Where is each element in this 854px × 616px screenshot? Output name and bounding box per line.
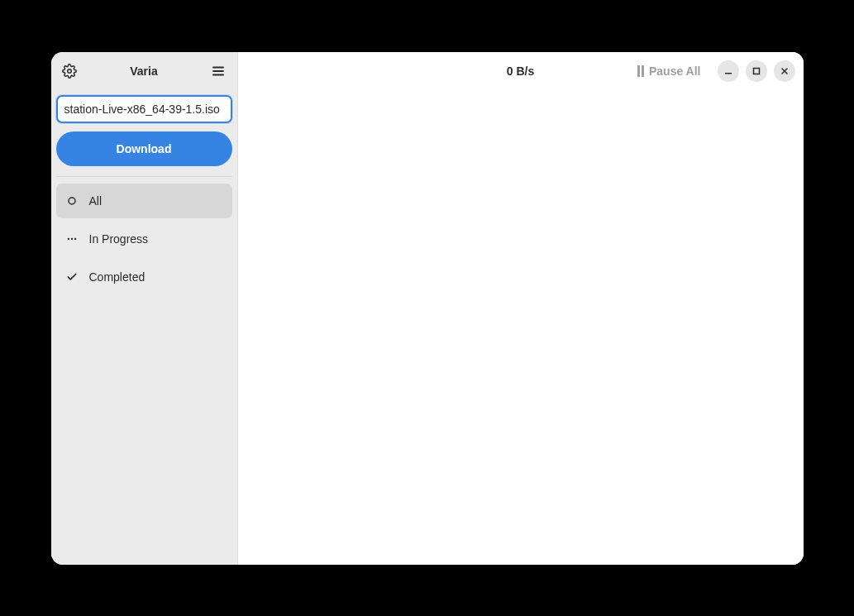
filter-all[interactable]: All	[56, 184, 232, 218]
pause-all-button[interactable]: Pause All	[632, 61, 706, 81]
sidebar-content: Download All	[51, 90, 237, 294]
svg-rect-8	[725, 73, 732, 74]
window-controls	[718, 60, 795, 82]
filter-list: All In Progress	[56, 184, 232, 294]
filter-completed[interactable]: Completed	[56, 260, 232, 294]
filter-in-progress-label: In Progress	[89, 232, 149, 246]
filter-all-label: All	[89, 194, 103, 208]
app-title: Varia	[130, 64, 157, 78]
url-input[interactable]	[56, 95, 232, 123]
close-button[interactable]	[774, 60, 795, 82]
svg-point-5	[67, 237, 69, 239]
dots-icon	[66, 233, 78, 245]
divider	[56, 176, 232, 177]
main-area: 0 B/s Pause All	[238, 52, 804, 565]
sidebar-header: Varia	[51, 52, 237, 90]
header-right: Pause All	[632, 60, 795, 82]
circle-icon	[66, 195, 78, 207]
downloads-list	[238, 90, 804, 565]
check-icon	[66, 271, 78, 283]
settings-icon[interactable]	[61, 63, 78, 79]
filter-in-progress[interactable]: In Progress	[56, 222, 232, 256]
hamburger-menu-icon[interactable]	[210, 63, 227, 79]
app-window: Varia Download	[51, 52, 804, 565]
svg-point-7	[74, 237, 75, 239]
svg-point-4	[69, 198, 75, 204]
sidebar: Varia Download	[51, 52, 238, 565]
minimize-button[interactable]	[718, 60, 739, 82]
main-header: 0 B/s Pause All	[238, 52, 804, 90]
maximize-button[interactable]	[746, 60, 767, 82]
pause-all-label: Pause All	[649, 64, 701, 78]
svg-point-0	[67, 69, 71, 73]
svg-rect-9	[753, 68, 759, 74]
svg-point-6	[70, 237, 72, 239]
filter-completed-label: Completed	[89, 270, 146, 284]
pause-icon	[637, 65, 644, 77]
download-button[interactable]: Download	[56, 131, 232, 166]
speed-indicator: 0 B/s	[507, 64, 534, 78]
